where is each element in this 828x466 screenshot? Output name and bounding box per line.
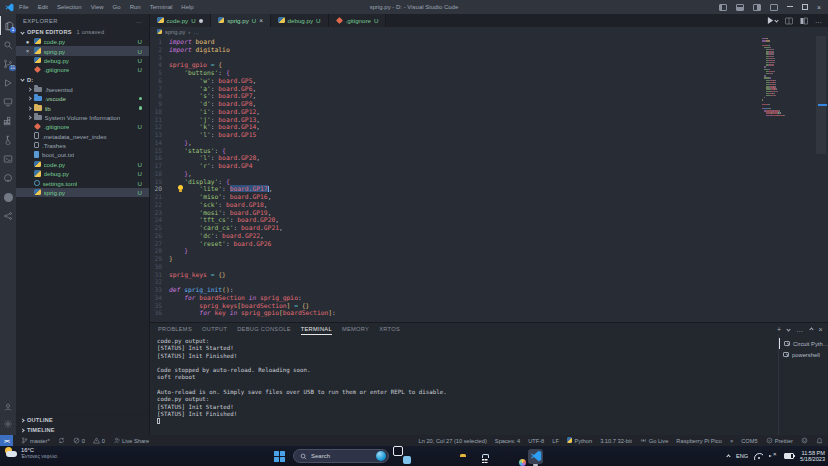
tree-item-sprig-py[interactable]: sprig.pyU <box>16 188 149 197</box>
battery-icon[interactable] <box>784 453 794 459</box>
tree-item-debug-py[interactable]: debug.pyU <box>16 169 149 178</box>
panel-tab-memory[interactable]: MEMORY <box>342 326 369 332</box>
tree-item--fseventsd[interactable]: .fseventsd <box>16 85 149 94</box>
activity-github[interactable] <box>0 168 16 187</box>
start-button[interactable] <box>272 449 287 464</box>
open-editors-section[interactable]: OPEN EDITORS 1 unsaved <box>16 27 149 37</box>
panel-tab-output[interactable]: OUTPUT <box>202 326 227 332</box>
volume-muted-icon[interactable] <box>769 453 778 460</box>
tray-language[interactable]: ENG <box>736 453 748 459</box>
status-remote[interactable]: >< <box>0 435 13 446</box>
edge-button[interactable] <box>433 449 448 464</box>
tab-code-py[interactable]: code.pyU <box>150 14 211 27</box>
tree-item--trashes[interactable]: .Trashes <box>16 141 149 150</box>
clock-app-button[interactable] <box>490 449 505 464</box>
activity-extensions[interactable] <box>0 111 16 130</box>
section-outline[interactable]: OUTLINE <box>16 415 149 425</box>
close-tab-icon[interactable]: × <box>259 17 263 24</box>
close-panel-icon[interactable]: × <box>819 326 823 333</box>
menu-terminal[interactable]: Terminal <box>150 4 173 10</box>
tray-clock[interactable]: 11:58 PM 5/18/2023 <box>800 450 825 463</box>
status-utf-8[interactable]: UTF-8 <box>528 438 544 444</box>
tab-sprig-py[interactable]: sprig.pyU× <box>211 14 271 27</box>
status-python-mini[interactable]: Python <box>567 437 592 444</box>
task-view-button[interactable] <box>395 449 410 464</box>
editor-scrollbar[interactable] <box>814 36 828 322</box>
taskbar-search[interactable]: Search <box>293 449 389 463</box>
tree-item--vscode[interactable]: .vscode <box>16 94 149 103</box>
new-terminal-icon[interactable]: + <box>777 326 781 333</box>
status-spaces-4[interactable]: Spaces: 4 <box>495 438 520 444</box>
close-button[interactable]: × <box>817 4 821 11</box>
toggle-sidebar-icon[interactable] <box>719 4 727 11</box>
open-editor-item[interactable]: debug.pyU <box>16 56 149 65</box>
status-feedback[interactable] <box>801 437 808 444</box>
activity-live-share[interactable] <box>0 187 16 206</box>
tab--gitignore[interactable]: .gitignoreU <box>329 14 387 27</box>
tab-debug-py[interactable]: debug.pyU <box>271 14 328 27</box>
status--[interactable]: × <box>730 438 733 444</box>
lightbulb-icon[interactable] <box>177 185 183 192</box>
status-bell[interactable] <box>816 437 823 444</box>
status-warning[interactable]: 0 <box>93 437 105 444</box>
menu-file[interactable]: File <box>19 4 29 10</box>
open-editor-item[interactable]: ×sprig.pyU <box>16 46 149 55</box>
panel-tab-xrtos[interactable]: XRTOS <box>379 326 400 332</box>
status-lf[interactable]: LF <box>552 438 559 444</box>
activity-source-control[interactable]: 11 <box>0 54 16 73</box>
open-editor-item[interactable]: ●code.pyU <box>16 37 149 46</box>
activity-testing[interactable] <box>0 130 16 149</box>
menu-run[interactable]: Run <box>130 4 141 10</box>
minimap[interactable] <box>762 38 798 117</box>
terminal-session[interactable]: powershell <box>779 349 828 360</box>
tree-item-lib[interactable]: lib <box>16 103 149 112</box>
status-branch[interactable]: master* <box>21 437 50 444</box>
vscode-button[interactable] <box>528 449 543 464</box>
modified-dot-icon[interactable]: ● <box>24 39 31 45</box>
menu-selection[interactable]: Selection <box>57 4 82 10</box>
maximize-panel-icon[interactable] <box>809 327 813 331</box>
breadcrumb[interactable]: sprig.py › … <box>150 27 828 36</box>
status-3-10-7-32-bit[interactable]: 3.10.7 32-bit <box>600 438 632 444</box>
wifi-icon[interactable] <box>754 453 763 460</box>
root-folder-section[interactable]: D: <box>16 75 149 85</box>
menu-view[interactable]: View <box>91 4 104 10</box>
status-sync[interactable] <box>58 437 65 444</box>
panel-tab-debug-console[interactable]: DEBUG CONSOLE <box>237 326 291 332</box>
minimize-button[interactable] <box>787 6 793 7</box>
status-ln-20-col-27-10-selected-[interactable]: Ln 20, Col 27 (10 selected) <box>419 438 487 444</box>
status-golive[interactable]: Go Live <box>640 437 669 444</box>
status-liveshare[interactable]: Live Share <box>113 437 149 444</box>
open-changes-icon[interactable] <box>785 17 793 25</box>
tree-item-settings-toml[interactable]: settings.tomlU <box>16 178 149 187</box>
explorer-more-actions-icon[interactable]: … <box>136 18 142 24</box>
file-explorer-button[interactable] <box>452 449 467 464</box>
customize-layout-icon[interactable] <box>770 4 778 11</box>
status-raspberry-pi-pico[interactable]: Raspberry Pi Pico <box>676 438 722 444</box>
split-editor-icon[interactable] <box>800 17 808 25</box>
activity-search[interactable] <box>0 35 16 54</box>
copilot-button[interactable] <box>414 449 429 464</box>
menu-go[interactable]: Go <box>113 4 121 10</box>
maximize-button[interactable] <box>802 4 808 10</box>
panel-more-icon[interactable]: … <box>796 326 803 333</box>
activity-run-and-debug[interactable] <box>0 73 16 92</box>
terminal-output[interactable]: code.py output:[STATUS] Init Started![ST… <box>150 335 778 435</box>
terminal-session[interactable]: Circuit Pyth… <box>779 338 828 349</box>
panel-tab-terminal[interactable]: TERMINAL <box>301 323 332 335</box>
panel-tab-problems[interactable]: PROBLEMS <box>158 326 192 332</box>
section-timeline[interactable]: TIMELINE <box>16 425 149 435</box>
activity-settings[interactable] <box>0 415 16 432</box>
status-prettier[interactable]: Prettier <box>766 437 793 444</box>
activity-explorer[interactable]: 1 <box>0 16 16 35</box>
tree-item-boot-out-txt[interactable]: boot_out.txt <box>16 150 149 159</box>
more-actions-icon[interactable]: … <box>815 17 822 24</box>
activity-remote-explorer[interactable] <box>0 92 16 111</box>
toggle-panel-icon[interactable] <box>736 4 744 11</box>
menu-help[interactable]: Help <box>181 4 193 10</box>
close-icon[interactable]: × <box>24 48 31 54</box>
menu-edit[interactable]: Edit <box>38 4 48 10</box>
code-editor[interactable]: 1import board2import digitalio34sprig_gp… <box>150 36 828 322</box>
activity-terminal-box[interactable] <box>0 149 16 168</box>
tree-item-code-py[interactable]: code.pyU <box>16 160 149 169</box>
